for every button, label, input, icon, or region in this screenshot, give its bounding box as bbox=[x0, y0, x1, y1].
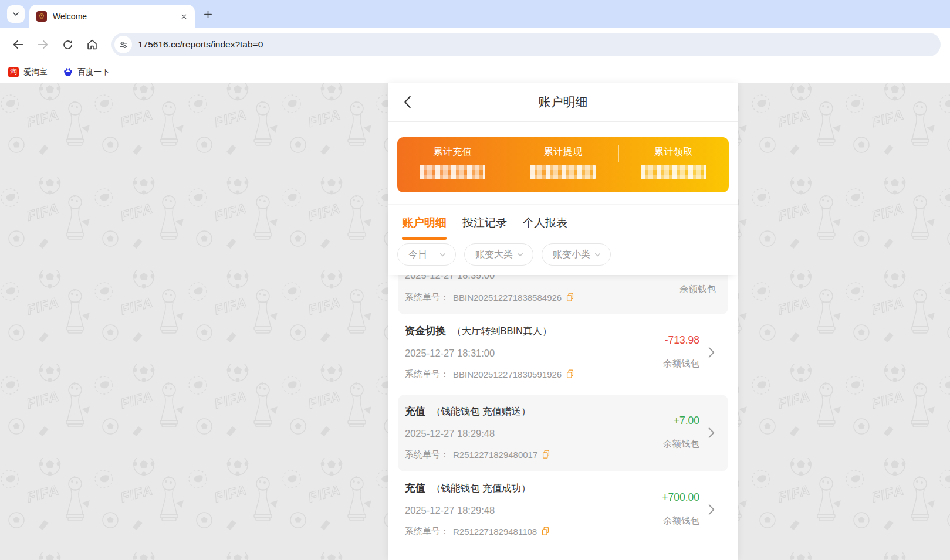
copy-button[interactable] bbox=[541, 527, 550, 536]
filter-date-dropdown[interactable]: 今日 bbox=[397, 243, 456, 266]
transaction-row[interactable]: 充值 （钱能钱包 充值赠送） 2025-12-27 18:29:48 系统单号：… bbox=[398, 395, 728, 471]
back-button[interactable] bbox=[8, 34, 29, 55]
redacted-value bbox=[641, 165, 706, 179]
close-icon bbox=[181, 13, 187, 20]
transaction-row[interactable]: 2025-12-27 18:39:00 系统单号： BBIN2025122718… bbox=[398, 275, 728, 314]
order-label: 系统单号： bbox=[405, 369, 449, 380]
transaction-list[interactable]: 2025-12-27 18:39:00 系统单号： BBIN2025122718… bbox=[388, 275, 738, 560]
transaction-datetime: 2025-12-27 18:39:00 bbox=[405, 275, 495, 281]
total-deposit: 累计充值 bbox=[397, 137, 508, 192]
total-claimed: 累计领取 bbox=[618, 137, 729, 192]
order-line: 系统单号： BBIN202512271838584926 bbox=[405, 291, 574, 304]
tune-icon bbox=[119, 40, 129, 50]
filter-major-category-dropdown[interactable]: 账变大类 bbox=[464, 243, 533, 266]
total-withdraw: 累计提现 bbox=[508, 137, 618, 192]
site-favicon bbox=[36, 11, 47, 22]
taobao-icon: 淘 bbox=[8, 67, 19, 77]
chevron-right-icon bbox=[706, 345, 716, 359]
bookmark-baidu[interactable]: 百度一下 bbox=[63, 67, 110, 77]
order-number: BBIN202512271838584926 bbox=[453, 293, 562, 303]
transaction-subtitle: （钱能钱包 充值赠送） bbox=[431, 405, 531, 418]
tab-account-detail[interactable]: 账户明细 bbox=[402, 205, 447, 241]
url-text[interactable]: 175616.cc/reports/index?tab=0 bbox=[138, 39, 263, 50]
copy-button[interactable] bbox=[566, 369, 574, 379]
transaction-row[interactable]: 充值 （钱能钱包 充值成功） 2025-12-27 18:29:48 系统单号：… bbox=[388, 471, 738, 548]
url-bar[interactable]: 175616.cc/reports/index?tab=0 bbox=[111, 33, 941, 56]
order-line: 系统单号： R2512271829481108 bbox=[405, 525, 550, 538]
transaction-row[interactable]: 资金切换 （大厅转到BBIN真人） 2025-12-27 18:31:00 系统… bbox=[388, 314, 738, 391]
chevron-right-icon bbox=[706, 503, 716, 517]
order-line: 系统单号： BBIN202512271830591926 bbox=[405, 368, 574, 381]
page-title: 账户明细 bbox=[539, 94, 588, 110]
browser-tab-welcome[interactable]: Welcome bbox=[29, 5, 195, 28]
plus-icon bbox=[203, 9, 213, 19]
site-settings-button[interactable] bbox=[114, 36, 132, 53]
bookmark-taobao[interactable]: 淘 爱淘宝 bbox=[8, 67, 48, 77]
chevron-down-icon bbox=[516, 250, 525, 259]
transaction-amount: +7.00 bbox=[674, 415, 699, 427]
chevron-right-icon bbox=[706, 426, 716, 440]
chevron-down-icon bbox=[11, 9, 21, 19]
order-label: 系统单号： bbox=[405, 292, 449, 303]
baidu-icon bbox=[63, 67, 73, 77]
redacted-value bbox=[420, 165, 485, 179]
clipped-line: 2025-12-27 18:39:00 bbox=[405, 275, 574, 281]
browser-tabstrip: Welcome bbox=[0, 0, 950, 28]
copy-icon bbox=[566, 293, 574, 302]
redacted-value bbox=[530, 165, 596, 179]
order-label: 系统单号： bbox=[405, 526, 449, 537]
copy-button[interactable] bbox=[542, 450, 550, 459]
order-line: 系统单号： R2512271829480017 bbox=[405, 448, 550, 461]
totals-card: 累计充值 累计提现 累计领取 bbox=[397, 137, 729, 192]
transaction-datetime: 2025-12-27 18:31:00 bbox=[405, 347, 574, 359]
transaction-amount: -713.98 bbox=[665, 334, 699, 347]
summary-section: 累计充值 累计提现 累计领取 bbox=[388, 122, 738, 204]
filter-minor-category-dropdown[interactable]: 账变小类 bbox=[542, 243, 611, 266]
copy-icon bbox=[566, 369, 574, 379]
transaction-type: 充值 bbox=[405, 404, 425, 418]
browser-toolbar: 175616.cc/reports/index?tab=0 bbox=[0, 28, 950, 61]
chevron-left-icon bbox=[401, 94, 414, 110]
arrow-left-icon bbox=[12, 38, 25, 51]
order-number: R2512271829480017 bbox=[453, 450, 537, 460]
reload-icon bbox=[62, 39, 74, 51]
bookmarks-bar: 淘 爱淘宝 百度一下 bbox=[0, 61, 950, 83]
copy-icon bbox=[541, 527, 550, 536]
page-header: 账户明细 bbox=[388, 83, 738, 122]
transaction-subtitle: （大厅转到BBIN真人） bbox=[452, 325, 552, 338]
back-navigation-button[interactable] bbox=[396, 83, 420, 121]
wallet-type: 余额钱包 bbox=[679, 283, 716, 296]
order-label: 系统单号： bbox=[405, 449, 449, 460]
arrow-right-icon bbox=[36, 38, 49, 51]
transaction-datetime: 2025-12-27 18:29:48 bbox=[405, 504, 550, 517]
filter-row: 今日 账变大类 账变小类 bbox=[388, 241, 738, 275]
home-button[interactable] bbox=[82, 34, 103, 55]
transaction-datetime: 2025-12-27 18:29:48 bbox=[405, 427, 550, 440]
transaction-type: 资金切换 bbox=[405, 324, 446, 338]
tab-search-button[interactable] bbox=[7, 5, 25, 23]
transaction-amount: +700.00 bbox=[662, 491, 699, 504]
report-tabs: 账户明细 投注记录 个人报表 bbox=[388, 205, 738, 241]
home-icon bbox=[86, 38, 99, 51]
tab-personal-report[interactable]: 个人报表 bbox=[523, 205, 567, 241]
transaction-subtitle: （钱能钱包 充值成功） bbox=[431, 482, 531, 495]
tab-close-button[interactable] bbox=[178, 11, 189, 22]
reload-button[interactable] bbox=[57, 34, 78, 55]
transaction-type: 充值 bbox=[405, 481, 425, 495]
order-number: BBIN202512271830591926 bbox=[453, 369, 562, 379]
wallet-type: 余额钱包 bbox=[663, 515, 699, 527]
tab-bet-records[interactable]: 投注记录 bbox=[462, 205, 507, 241]
chevron-down-icon bbox=[438, 250, 447, 259]
tabs-and-filters: 账户明细 投注记录 个人报表 今日 账变大类 账变小类 bbox=[388, 204, 738, 275]
forward-button[interactable] bbox=[32, 34, 53, 55]
copy-icon bbox=[542, 450, 550, 459]
wallet-type: 余额钱包 bbox=[663, 358, 699, 370]
chevron-down-icon bbox=[593, 250, 602, 259]
account-detail-page: 账户明细 累计充值 累计提现 累计领取 账户明细 投注记录 个人报表 bbox=[388, 83, 738, 560]
order-number: R2512271829481108 bbox=[453, 527, 537, 537]
new-tab-button[interactable] bbox=[200, 6, 216, 22]
copy-button[interactable] bbox=[566, 293, 574, 302]
tab-title: Welcome bbox=[53, 12, 178, 21]
wallet-type: 余额钱包 bbox=[663, 438, 699, 450]
